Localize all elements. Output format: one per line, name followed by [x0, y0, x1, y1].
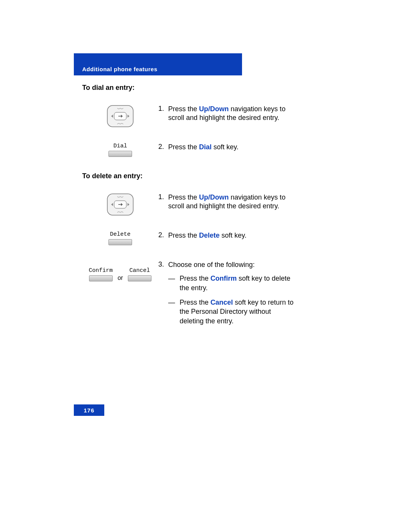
section-title-delete: To delete an entry:: [82, 172, 295, 180]
sub-body: Press the Confirm soft key to delete the…: [180, 274, 295, 292]
dual-softkey: Confirm or Cancel: [87, 267, 153, 281]
softkey-label: Confirm: [89, 267, 113, 274]
step-row: 1. Press the Up/Down navigation keys to …: [82, 193, 295, 216]
softkey-label: Dial: [113, 143, 127, 149]
step-body: Press the Dial soft key.: [168, 143, 295, 152]
key-term: Dial: [199, 143, 212, 151]
or-text: or: [118, 275, 123, 281]
softkey-delete: Delete: [107, 231, 134, 245]
step-number: 1.: [158, 193, 168, 201]
navpad-icon: [107, 105, 134, 128]
header-title: Additional phone features: [82, 66, 158, 72]
key-term: Cancel: [210, 299, 233, 306]
text-pre: Press the: [180, 299, 210, 306]
key-term: Confirm: [210, 275, 237, 282]
key-term: Up/Down: [199, 105, 229, 113]
step-body: Press the Up/Down navigation keys to scr…: [168, 105, 295, 123]
text-pre: Press the: [180, 275, 210, 282]
visual-dual-softkey: Confirm or Cancel: [82, 260, 158, 281]
visual-softkey: Dial: [82, 143, 158, 157]
step-number: 3.: [158, 260, 168, 268]
key-term: Delete: [199, 232, 220, 239]
navpad-icon: [107, 193, 134, 216]
step-text: 1. Press the Up/Down navigation keys to …: [158, 193, 295, 211]
softkey-button-icon: [108, 151, 132, 157]
step-body: Press the Delete soft key.: [168, 231, 295, 240]
softkey-cancel: Cancel: [126, 267, 153, 281]
step-row: Dial 2. Press the Dial soft key.: [82, 143, 295, 157]
step-body: Choose one of the following: — Press the…: [168, 260, 295, 331]
text-pre: Choose one of the following:: [168, 261, 255, 268]
softkey-button-icon: [108, 239, 132, 245]
header-bar: Additional phone features: [74, 53, 242, 75]
key-term: Up/Down: [199, 193, 229, 201]
text-pre: Press the: [168, 143, 199, 151]
step-text: 2. Press the Dial soft key.: [158, 143, 295, 152]
sub-body: Press the Cancel soft key to return to t…: [180, 298, 295, 326]
softkey-button-icon: [128, 275, 151, 281]
visual-navpad: [82, 105, 158, 128]
visual-navpad: [82, 193, 158, 216]
step-body: Press the Up/Down navigation keys to scr…: [168, 193, 295, 211]
page-number: 176: [84, 407, 94, 414]
step-row: 1. Press the Up/Down navigation keys to …: [82, 105, 295, 128]
sub-item: — Press the Confirm soft key to delete t…: [168, 274, 295, 292]
softkey-button-icon: [89, 275, 113, 281]
text-pre: Press the: [168, 105, 199, 113]
step-row: Confirm or Cancel 3. Choose one of the f…: [82, 260, 295, 331]
page-number-badge: 176: [74, 404, 104, 416]
softkey-confirm: Confirm: [87, 267, 115, 281]
step-text: 2. Press the Delete soft key.: [158, 231, 295, 240]
dash: —: [168, 298, 180, 326]
page-content: To dial an entry: 1. Press the Up/Down n…: [82, 84, 295, 346]
text-pre: Press the: [168, 232, 199, 239]
softkey-label: Cancel: [129, 267, 150, 274]
step-row: Delete 2. Press the Delete soft key.: [82, 231, 295, 245]
step-text: 3. Choose one of the following: — Press …: [158, 260, 295, 331]
step-number: 2.: [158, 143, 168, 151]
softkey-dial: Dial: [107, 143, 134, 157]
visual-softkey: Delete: [82, 231, 158, 245]
step-number: 1.: [158, 105, 168, 113]
text-post: soft key.: [220, 232, 247, 239]
dash: —: [168, 274, 180, 292]
softkey-label: Delete: [110, 231, 131, 238]
sub-item: — Press the Cancel soft key to return to…: [168, 298, 295, 326]
text-post: soft key.: [212, 143, 239, 151]
sub-list: — Press the Confirm soft key to delete t…: [168, 274, 295, 325]
step-number: 2.: [158, 231, 168, 239]
step-text: 1. Press the Up/Down navigation keys to …: [158, 105, 295, 123]
text-pre: Press the: [168, 193, 199, 201]
section-title-dial: To dial an entry:: [82, 84, 295, 92]
